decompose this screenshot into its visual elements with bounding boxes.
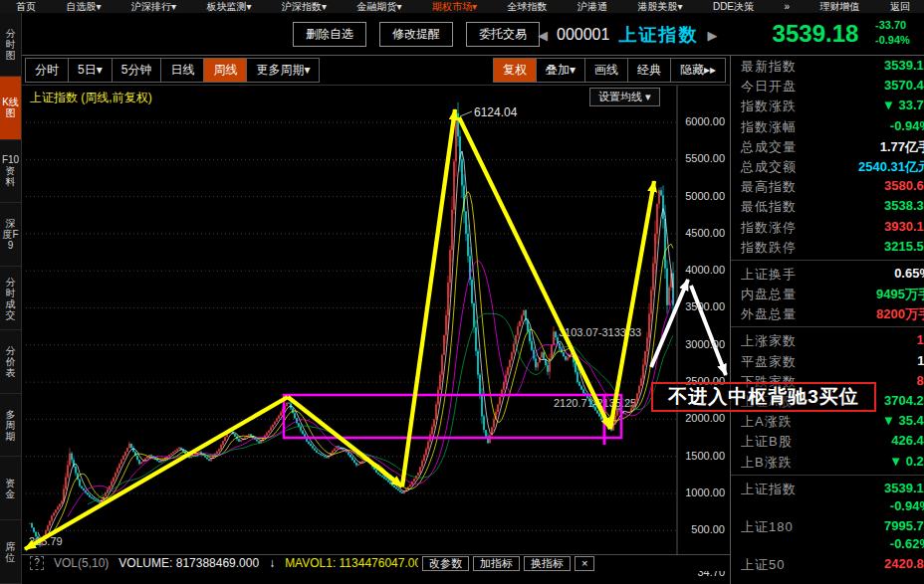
edit-alert-button[interactable]: 修改提醒 <box>379 22 453 47</box>
menu-item[interactable]: 期权市场▾ <box>432 0 477 13</box>
indicator-button[interactable]: 改参数 <box>422 556 469 571</box>
quote-label: 指数涨跌 <box>741 97 797 115</box>
quote-value: 3570.40 <box>884 78 924 93</box>
quote-value: ▼ 35.44 <box>882 413 924 428</box>
sidebar-item[interactable]: K线图 <box>0 77 21 140</box>
menu-item[interactable]: 金融期货▾ <box>356 0 401 13</box>
quote-row: 上涨家数 19 <box>731 330 924 350</box>
stock-navigator: ◀ 000001 上证指数 ▶ <box>538 23 717 47</box>
quote-label: 上证50 <box>741 556 785 574</box>
menu-item[interactable]: DDE决策 <box>713 0 754 13</box>
quote-value: 2540.31亿元 <box>858 158 924 176</box>
menu-item[interactable]: 自选股▾ <box>66 0 101 13</box>
quote-label: 上证换手 <box>741 266 797 284</box>
quote-label: 上涨家数 <box>741 332 797 350</box>
menu-item[interactable]: 沪港通 <box>578 0 607 13</box>
quote-row: 指数跌停 3215.59 <box>731 237 924 257</box>
quote-value: 3580.63 <box>884 178 924 193</box>
candlestick-chart-canvas[interactable] <box>22 86 730 554</box>
chart-tool-tabs: 复权叠加▾画线经典隐藏▸▸ <box>493 58 726 83</box>
price-axis: 6000.005500.005000.004500.004000.003500.… <box>679 114 725 560</box>
quote-row: 指数涨跌 ▼ 33.70 <box>731 96 924 115</box>
quote-subvalue: -0.62% <box>890 536 924 551</box>
menu-item[interactable]: 全球指数 <box>507 0 547 13</box>
last-price: 3539.18 <box>763 20 868 48</box>
sidebar-item[interactable]: 深度F9 <box>0 203 21 267</box>
sidebar-item[interactable]: 席位 <box>0 520 21 584</box>
chart-tool-tab[interactable]: 经典 <box>628 59 671 82</box>
mavol1-value: MAVOL1: 1134476047.000 <box>285 556 428 570</box>
quote-value: ▼ 0.25 <box>889 454 924 469</box>
menu-item[interactable]: 沪深指数▾ <box>282 0 327 13</box>
quote-label: 外盘总量 <box>741 305 797 323</box>
sidebar-item[interactable]: 资金 <box>0 457 21 520</box>
period-tab[interactable]: 5分钟 <box>113 59 162 82</box>
chart-tool-tab[interactable]: 隐藏▸▸ <box>671 59 725 82</box>
quote-label: 平盘家数 <box>741 353 797 371</box>
menu-item[interactable]: » <box>785 0 791 13</box>
quote-label: 指数涨停 <box>741 219 797 237</box>
quote-label: 上证180 <box>741 518 794 536</box>
period-tab[interactable]: 周线 <box>204 59 247 82</box>
quote-row: 内盘总量 9495万手 <box>731 284 924 303</box>
menu-item[interactable]: 理财增值 <box>820 0 860 13</box>
chart-tool-tab[interactable]: 画线 <box>585 59 628 82</box>
panel-divider <box>731 260 924 261</box>
trade-button[interactable]: 委托交易 <box>466 22 540 47</box>
quote-row: 外盘总量 8200万手 <box>731 303 924 323</box>
period-tab[interactable]: 日线 <box>161 59 204 82</box>
price-axis-tick: 5500.00 <box>679 151 725 188</box>
indicator-name[interactable]: VOL(5,10) <box>54 556 109 570</box>
peak-price-label: 6124.04 <box>474 105 517 119</box>
toolbar-buttons: 删除自选 修改提醒 委托交易 <box>293 22 540 47</box>
quote-value: 7995.74 <box>884 518 924 533</box>
indicator-button[interactable]: × <box>575 556 594 571</box>
chart-tool-tab[interactable]: 叠加▾ <box>537 59 585 82</box>
prev-stock-icon[interactable]: ◀ <box>538 28 548 43</box>
quote-value: ▼ 33.70 <box>882 97 924 112</box>
change-value: -33.70 <box>875 18 910 33</box>
sidebar-item[interactable]: 分时成交 <box>0 267 21 330</box>
menu-item[interactable]: 港股美股▾ <box>637 0 682 13</box>
quote-row: 最高指数 3580.63 <box>731 176 924 196</box>
chan-buy-point-annotation: 不进入中枢背驰3买位 <box>651 382 876 412</box>
sidebar-item[interactable]: F10资料 <box>0 140 21 204</box>
sidebar-item[interactable]: 多周期 <box>0 394 21 458</box>
ma-settings-button[interactable]: 设置均线 ▾ <box>589 88 660 106</box>
next-stock-icon[interactable]: ▶ <box>707 28 717 43</box>
quote-row: 今日开盘 3570.40 <box>731 76 924 96</box>
quote-row: 上证换手 0.65% <box>731 264 924 284</box>
indicator-button[interactable]: 换指标 <box>524 556 571 571</box>
chart-tool-tab[interactable]: 复权 <box>494 59 537 82</box>
period-tab[interactable]: 分时 <box>26 59 69 82</box>
quote-value: 9495万手 <box>876 286 924 303</box>
sidebar-item[interactable]: 分时图 <box>0 13 21 77</box>
period-tab[interactable]: 更多周期▾ <box>247 59 319 82</box>
quote-value: 3539.18 <box>884 58 924 73</box>
menu-item[interactable]: 板块监测▾ <box>206 0 251 13</box>
sidebar-item[interactable]: 分价表 <box>0 330 21 394</box>
indicator-button[interactable]: 加指标 <box>473 556 520 571</box>
stock-code: 000001 <box>557 26 609 44</box>
quote-row: 上证50 2420.86 <box>731 554 924 584</box>
delete-watchlist-button[interactable]: 删除自选 <box>293 22 366 47</box>
top-menu-bar: 首页自选股▾沪深排行▾板块监测▾沪深指数▾金融期货▾期权市场▾全球指数沪港通港股… <box>0 0 924 13</box>
price-change: -33.70 -0.94% <box>875 18 910 48</box>
price-axis-tick: 6000.00 <box>679 114 725 151</box>
quote-value: 8200万手 <box>876 305 924 323</box>
indicator-buttons: 改参数加指标换指标× <box>418 556 598 571</box>
volume-value: VOLUME: 817388469.000 <box>118 556 259 570</box>
quote-value: 0.65% <box>894 266 924 281</box>
price-axis-tick: 4500.00 <box>679 226 725 263</box>
quote-row: 最新指数 3539.18 <box>731 56 924 76</box>
period-tab[interactable]: 5日▾ <box>69 59 113 82</box>
left-sidebar: 分时图K线图F10资料深度F9分时成交分价表多周期资金席位 <box>0 13 22 584</box>
quote-value: 19 <box>917 332 924 347</box>
quote-row: 上B涨跌 ▼ 0.25 <box>731 452 924 472</box>
quote-value: 2420.86 <box>884 556 924 571</box>
quote-row: 上证180 7995.74 -0.62% <box>731 516 924 554</box>
menu-item[interactable]: 首页 <box>16 0 36 13</box>
menu-item[interactable]: 返回 <box>890 0 910 13</box>
indicator-help-icon[interactable]: ? <box>30 556 44 570</box>
menu-item[interactable]: 沪深排行▾ <box>131 0 176 13</box>
